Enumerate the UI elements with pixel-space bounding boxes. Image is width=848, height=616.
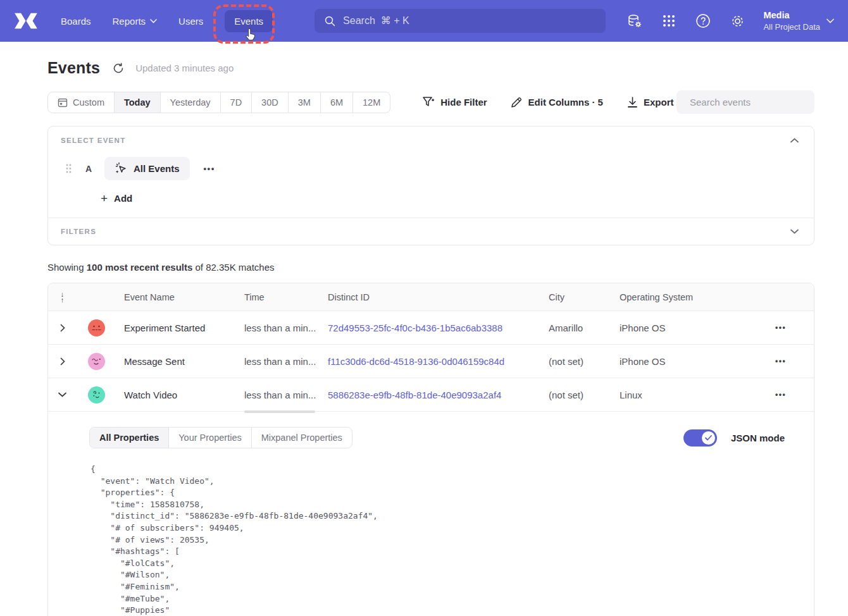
- updated-timestamp: Updated 3 minutes ago: [135, 63, 234, 73]
- select-event-label: SELECT EVENT: [61, 137, 126, 144]
- drag-handle-icon[interactable]: [66, 164, 72, 173]
- cell-os: iPhone OS: [620, 323, 755, 333]
- date-range-custom[interactable]: Custom: [48, 92, 115, 113]
- cell-distinct-id-link[interactable]: 5886283e-e9fb-48fb-81de-40e9093a2af4: [328, 390, 549, 400]
- event-row-letter: A: [85, 164, 104, 174]
- cell-city: (not set): [549, 356, 620, 367]
- cell-distinct-id-link[interactable]: f11c30d6-dc6d-4518-9136-0d046159c84d: [328, 356, 549, 367]
- row-collapse-chevron-icon[interactable]: [58, 392, 66, 397]
- check-icon: [705, 435, 712, 441]
- nav-item-users[interactable]: Users: [178, 16, 203, 27]
- event-detail-panel: All Properties Your Properties Mixpanel …: [48, 412, 814, 616]
- date-range-6m[interactable]: 6M: [321, 92, 353, 113]
- cell-distinct-id-link[interactable]: 72d49553-25fc-4f0c-b436-1b5ac6ab3388: [328, 323, 549, 333]
- table-row: Message Sent less than a min... f11c30d6…: [48, 345, 814, 378]
- nav-item-events[interactable]: Events: [225, 10, 273, 32]
- table-header-row: ↓↑ Event Name Time Distinct ID City Oper…: [48, 283, 814, 311]
- apps-grid-icon[interactable]: [661, 13, 677, 29]
- cell-os: iPhone OS: [620, 356, 755, 367]
- hide-filter-button[interactable]: Hide Filter: [422, 96, 487, 108]
- event-selector-row: A All Events •••: [66, 157, 814, 180]
- mixpanel-logo-icon[interactable]: [14, 12, 38, 30]
- project-selector[interactable]: Media All Project Data: [763, 9, 834, 32]
- cell-event-name: Message Sent: [124, 356, 244, 367]
- add-event-button[interactable]: + Add: [101, 193, 814, 204]
- collapse-chevron-up-icon[interactable]: [790, 138, 799, 143]
- horizontal-scrollbar-thumb[interactable]: [244, 410, 315, 413]
- json-mode-label: JSON mode: [731, 433, 785, 443]
- selected-event-name: All Events: [134, 163, 180, 174]
- search-icon: [325, 16, 335, 27]
- properties-tabs: All Properties Your Properties Mixpanel …: [89, 427, 352, 448]
- plus-icon: +: [101, 194, 108, 203]
- help-icon[interactable]: [695, 13, 711, 29]
- column-header-distinct-id[interactable]: Distinct ID: [328, 292, 549, 302]
- nav-item-reports[interactable]: Reports: [113, 16, 158, 27]
- date-range-selector: Custom Today Yesterday 7D 30D 3M 6M 12M: [47, 92, 390, 113]
- event-avatar: [88, 319, 105, 336]
- cell-city: Amarillo: [549, 323, 620, 333]
- page-title: Events: [47, 59, 100, 77]
- global-search[interactable]: [315, 9, 606, 33]
- project-scope: All Project Data: [763, 22, 820, 32]
- cell-os: Linux: [620, 390, 755, 400]
- date-range-yesterday[interactable]: Yesterday: [161, 92, 221, 113]
- refresh-icon[interactable]: [113, 61, 127, 75]
- calendar-icon: [58, 97, 68, 108]
- filters-section-toggle[interactable]: FILTERS: [48, 218, 814, 245]
- nav-item-boards[interactable]: Boards: [61, 16, 91, 27]
- row-expand-chevron-icon[interactable]: [60, 324, 65, 332]
- event-picker-button[interactable]: All Events: [104, 157, 190, 180]
- event-avatar: [88, 386, 105, 403]
- event-json-view: { "event": "Watch Video", "properties": …: [90, 464, 799, 616]
- cell-time: less than a min...: [244, 356, 328, 367]
- column-header-time[interactable]: Time: [244, 292, 328, 302]
- tab-your-properties[interactable]: Your Properties: [169, 428, 251, 448]
- events-search-input[interactable]: [690, 97, 816, 108]
- cell-time: less than a min...: [244, 390, 328, 400]
- filter-funnel-icon: [422, 96, 435, 108]
- events-search[interactable]: [677, 90, 814, 114]
- expand-chevron-down-icon: [790, 229, 799, 234]
- filters-label: FILTERS: [61, 228, 96, 235]
- date-range-30d[interactable]: 30D: [252, 92, 289, 113]
- table-row-expanded: Watch Video less than a min... 5886283e-…: [48, 378, 814, 412]
- cell-time: less than a min...: [244, 323, 328, 333]
- select-event-panel: SELECT EVENT A All Events ••• +: [47, 126, 814, 245]
- project-name: Media: [763, 9, 820, 22]
- cell-event-name: Experiment Started: [124, 323, 244, 333]
- events-table: ↓↑ Event Name Time Distinct ID City Oper…: [47, 283, 814, 616]
- row-actions-button[interactable]: •••: [775, 323, 786, 332]
- collapse-all-rows-icon[interactable]: ↓↑: [61, 292, 65, 303]
- export-button[interactable]: Export: [627, 97, 674, 108]
- chevron-down-icon: [150, 19, 157, 23]
- date-range-3m[interactable]: 3M: [289, 92, 321, 113]
- chevron-down-icon: [826, 18, 834, 23]
- all-events-sparkle-cursor-icon: [115, 162, 128, 175]
- data-management-icon[interactable]: [627, 13, 643, 29]
- column-header-event-name[interactable]: Event Name: [124, 292, 244, 302]
- date-range-7d[interactable]: 7D: [221, 92, 253, 113]
- top-nav: Boards Reports Users Events: [0, 0, 848, 42]
- event-more-options-button[interactable]: •••: [204, 164, 215, 173]
- row-expand-chevron-icon[interactable]: [60, 357, 65, 366]
- row-actions-button[interactable]: •••: [775, 357, 786, 366]
- edit-columns-button[interactable]: Edit Columns · 5: [511, 96, 603, 108]
- event-avatar: [88, 353, 105, 370]
- settings-gear-icon[interactable]: [729, 13, 745, 29]
- column-header-os[interactable]: Operating System: [620, 292, 755, 302]
- pencil-icon: [511, 96, 523, 108]
- global-search-input[interactable]: [343, 15, 595, 27]
- tab-mixpanel-properties[interactable]: Mixpanel Properties: [252, 428, 352, 448]
- table-row: Experiment Started less than a min... 72…: [48, 311, 814, 345]
- row-actions-button[interactable]: •••: [775, 390, 786, 399]
- results-summary: Showing 100 most recent results of 82.35…: [47, 262, 814, 273]
- download-icon: [627, 97, 638, 108]
- json-mode-toggle[interactable]: [683, 429, 717, 447]
- date-range-today[interactable]: Today: [115, 92, 161, 113]
- cell-event-name: Watch Video: [124, 390, 244, 400]
- tab-all-properties[interactable]: All Properties: [90, 428, 169, 448]
- date-range-12m[interactable]: 12M: [353, 92, 390, 113]
- column-header-city[interactable]: City: [549, 292, 620, 302]
- toggle-knob: [702, 431, 715, 445]
